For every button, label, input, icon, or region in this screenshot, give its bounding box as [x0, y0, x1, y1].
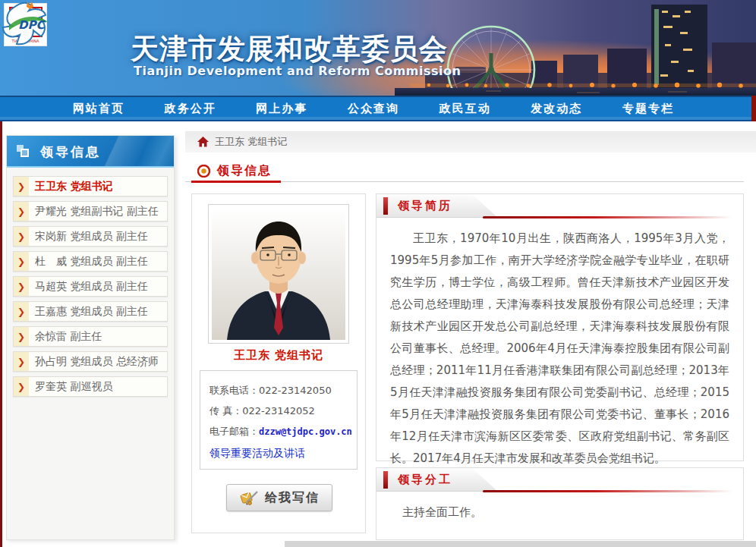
site-subtitle-en: Tianjin Development and Reform Commissio… — [134, 64, 461, 78]
footer-divider-bar — [285, 541, 756, 547]
leader-division-section: 领导分工 主持全面工作。 — [376, 467, 744, 540]
nav-gov-info[interactable]: 政务公开 — [165, 102, 216, 116]
chevron-right-icon: ❯ — [14, 352, 29, 371]
contact-fax-line: 传 真：022-23142052 — [209, 401, 357, 421]
tab-leader-info[interactable]: 领导信息 — [217, 163, 272, 179]
sidebar-title: 领导信息 — [40, 136, 101, 168]
sidebar-item-songgangxin[interactable]: ❯ 宋岗新 党组成员 副主任 — [13, 226, 168, 247]
email-label: 电子邮箱： — [209, 426, 259, 437]
chevron-right-icon: ❯ — [14, 377, 29, 396]
site-banner: 天津 ■◆ TIANJIN·CHINA DPC 天津市发展和改革委员会 Tian… — [0, 0, 756, 96]
nav-interaction[interactable]: 政民互动 — [439, 102, 491, 116]
main-nav: 网站首页 政务公开 网上办事 公众查询 政民互动 发改动态 专题专栏 — [0, 96, 756, 121]
chevron-right-icon: ❯ — [14, 302, 29, 321]
breadcrumb: 王卫东 党组书记 — [185, 131, 756, 152]
sidebar-item-label: 马超英 党组成员 副主任 — [35, 280, 148, 294]
dpc-logo: DPC — [0, 0, 61, 50]
sidebar-item-label: 宋岗新 党组成员 副主任 — [35, 230, 148, 244]
leader-portrait-photo — [212, 208, 345, 340]
write-to-me-button[interactable]: 给我写信 — [226, 484, 332, 511]
red-bar-icon — [383, 197, 388, 215]
breadcrumb-text: 王卫东 党组书记 — [215, 135, 287, 149]
sidebar-item-wangjiahui[interactable]: ❯ 王嘉惠 党组成员 副主任 — [13, 301, 168, 322]
squares-icon — [16, 144, 33, 159]
division-section-header: 领导分工 — [376, 468, 743, 492]
sidebar-leader-info: 领导信息 ❯ 王卫东 党组书记 ❯ 尹耀光 党组副书记 副主任 ❯ 宋岗新 党组… — [6, 135, 175, 540]
sidebar-item-luokuiying[interactable]: ❯ 罗奎英 副巡视员 — [13, 376, 168, 397]
sidebar-item-label: 余惊雷 副主任 — [35, 330, 102, 344]
sidebar-item-duwei[interactable]: ❯ 杜 威 党组成员 副主任 — [13, 251, 168, 272]
leader-name-caption: 王卫东 党组书记 — [192, 348, 365, 363]
sidebar-item-yujinglei[interactable]: ❯ 余惊雷 副主任 — [13, 326, 168, 347]
write-button-label: 给我写信 — [265, 490, 320, 506]
leader-profile-card: 王卫东 党组书记 联系电话：022-23142050 传 真：022-23142… — [191, 193, 366, 533]
left-edge-red-strip — [0, 121, 2, 547]
contact-phone-line: 联系电话：022-23142050 — [209, 380, 357, 401]
sidebar-header: 领导信息 — [7, 136, 174, 168]
nav-public-inquiry[interactable]: 公众查询 — [348, 102, 399, 116]
chevron-right-icon: ❯ — [14, 327, 29, 346]
division-body-text: 主持全面工作。 — [376, 492, 743, 523]
email-value[interactable]: dzzw@tjdpc.gov.cn — [259, 426, 352, 437]
resume-section-title: 领导简历 — [398, 194, 452, 218]
leader-activities-link[interactable]: 领导重要活动及讲话 — [209, 442, 357, 464]
nav-special-columns[interactable]: 专题专栏 — [622, 102, 674, 116]
dpc-logo-text: DPC — [18, 18, 46, 32]
chevron-right-icon: ❯ — [14, 277, 29, 296]
division-section-title: 领导分工 — [398, 468, 452, 492]
chevron-right-icon: ❯ — [14, 227, 29, 246]
sidebar-item-label: 孙占明 党组成员 总经济师 — [35, 355, 159, 369]
sidebar-list: ❯ 王卫东 党组书记 ❯ 尹耀光 党组副书记 副主任 ❯ 宋岗新 党组成员 副主… — [7, 168, 174, 397]
nav-ndrc-news[interactable]: 发改动态 — [531, 102, 582, 116]
red-bar-icon — [383, 471, 388, 489]
sidebar-item-label: 杜 威 党组成员 副主任 — [35, 255, 148, 269]
home-icon[interactable] — [197, 137, 209, 147]
red-divider-line — [483, 216, 732, 218]
red-divider-line — [483, 490, 732, 492]
sidebar-item-machaoying[interactable]: ❯ 马超英 党组成员 副主任 — [13, 276, 168, 297]
sidebar-item-label: 王嘉惠 党组成员 副主任 — [35, 305, 148, 319]
page-root: 天津 ■◆ TIANJIN·CHINA DPC 天津市发展和改革委员会 Tian… — [0, 0, 756, 547]
sidebar-item-yinyaoguang[interactable]: ❯ 尹耀光 党组副书记 副主任 — [13, 201, 168, 222]
fax-label: 传 真： — [209, 405, 242, 417]
resume-body-text: 王卫东，1970年10月出生，陕西商洛人，1995年3月入党，1995年5月参加… — [376, 218, 743, 470]
chevron-right-icon: ❯ — [14, 177, 29, 196]
sidebar-item-sunzhanming[interactable]: ❯ 孙占明 党组成员 总经济师 — [13, 351, 168, 372]
sidebar-item-label: 罗奎英 副巡视员 — [35, 380, 112, 394]
pen-mail-icon — [239, 489, 259, 507]
sidebar-item-wangweidong[interactable]: ❯ 王卫东 党组书记 — [13, 176, 168, 196]
nav-home[interactable]: 网站首页 — [73, 102, 124, 116]
resume-section-header: 领导简历 — [376, 194, 743, 218]
leader-resume-section: 领导简历 王卫东，1970年10月出生，陕西商洛人，1995年3月入党，1995… — [376, 193, 744, 461]
tab-bar: 领导信息 — [185, 161, 744, 182]
nav-online-services[interactable]: 网上办事 — [256, 102, 307, 116]
nav-right-red-cap — [751, 96, 756, 121]
chevron-right-icon: ❯ — [14, 252, 29, 271]
contact-email-line: 电子邮箱：dzzw@tjdpc.gov.cn — [209, 421, 357, 442]
leader-photo-frame — [208, 204, 349, 344]
tab-active-underline — [191, 181, 281, 183]
chevron-right-icon: ❯ — [14, 202, 29, 221]
sidebar-item-label: 尹耀光 党组副书记 副主任 — [35, 205, 159, 218]
phone-label: 联系电话： — [209, 385, 259, 396]
fax-value: 022-23142052 — [242, 405, 315, 417]
sidebar-item-label: 王卫东 党组书记 — [35, 180, 113, 193]
phone-value: 022-23142050 — [259, 385, 332, 396]
target-bullet-icon — [197, 165, 210, 178]
contact-info-box: 联系电话：022-23142050 传 真：022-23142052 电子邮箱：… — [200, 370, 358, 470]
site-title: 天津市发展和改革委员会 — [131, 30, 448, 68]
